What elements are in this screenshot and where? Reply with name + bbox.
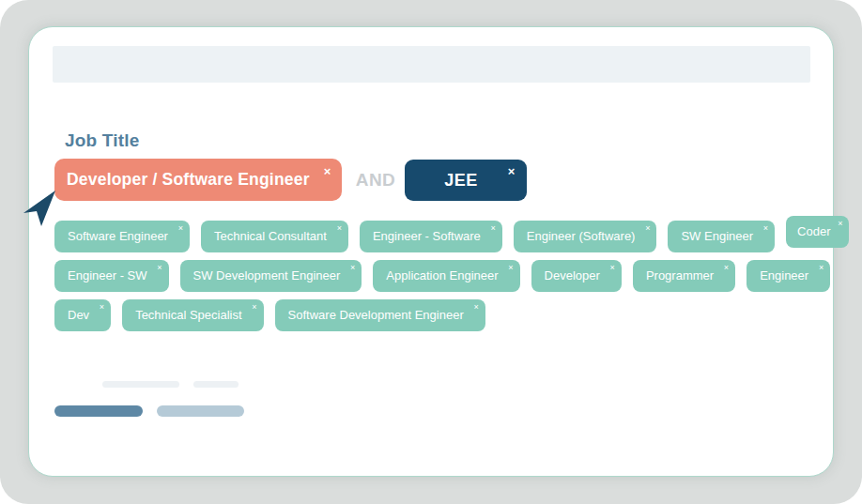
synonym-chip-label: Software Engineer (68, 229, 168, 243)
synonym-chip-label: Dev (68, 308, 89, 322)
remove-icon[interactable]: × (645, 224, 650, 233)
remove-icon[interactable]: × (491, 224, 496, 233)
synonym-chip[interactable]: Engineer (Software)× (514, 221, 657, 252)
synonym-chip-label: SW Engineer (681, 229, 753, 243)
synonym-chip[interactable]: Technical Consultant× (201, 221, 348, 252)
remove-icon[interactable]: × (508, 165, 516, 177)
synonym-chip-row: Engineer - SW×SW Development Engineer×Ap… (54, 260, 806, 292)
remove-icon[interactable]: × (763, 224, 768, 233)
remove-icon[interactable]: × (100, 303, 104, 312)
selected-term-chip-secondary[interactable]: JEE × (405, 160, 527, 201)
synonym-chip[interactable]: Application Engineer× (373, 260, 519, 292)
synonym-chip-label: Engineer (760, 268, 808, 283)
synonym-chip[interactable]: Engineer - Software× (360, 221, 502, 252)
synonym-chip-label: Technical Specialist (135, 308, 241, 322)
remove-icon[interactable]: × (473, 303, 478, 312)
remove-icon[interactable]: × (838, 220, 842, 228)
remove-icon[interactable]: × (819, 264, 824, 272)
search-builder-card: Job Title Developer / Software Engineer … (28, 26, 834, 477)
search-bar-placeholder[interactable] (53, 46, 810, 83)
synonym-chip[interactable]: Engineer - SW× (54, 260, 169, 292)
remove-icon[interactable]: × (508, 264, 513, 272)
synonym-chip-label: Application Engineer (386, 268, 498, 283)
remove-icon[interactable]: × (350, 264, 355, 272)
synonym-chip[interactable]: Dev× (54, 299, 111, 331)
synonym-chips-area: Software Engineer×Technical Consultant×E… (54, 221, 806, 331)
synonym-chip[interactable]: Programmer× (633, 260, 735, 292)
synonym-chip[interactable]: Developer× (531, 260, 622, 292)
selected-term-label: JEE (444, 171, 478, 190)
synonym-chip-label: Software Development Engineer (288, 308, 464, 322)
skeleton-bar (193, 381, 239, 388)
remove-icon[interactable]: × (252, 303, 256, 312)
synonym-chip[interactable]: Engineer× (747, 260, 830, 292)
remove-icon[interactable]: × (324, 165, 331, 177)
synonym-chip-label: SW Development Engineer (193, 268, 341, 283)
skeleton-row-light (29, 381, 835, 389)
synonym-chip-label: Developer (545, 268, 600, 283)
skeleton-bar (102, 381, 179, 388)
synonym-chip[interactable]: Technical Specialist× (122, 299, 263, 331)
remove-icon[interactable]: × (157, 264, 162, 272)
synonym-chip[interactable]: Software Engineer× (54, 221, 190, 252)
synonym-chip[interactable]: Software Development Engineer× (275, 299, 485, 331)
skeleton-row-buttons (29, 405, 835, 419)
synonym-chip[interactable]: Coder× (786, 216, 849, 248)
remove-icon[interactable]: × (610, 264, 615, 272)
synonym-chip-label: Engineer (Software) (527, 229, 636, 243)
remove-icon[interactable]: × (337, 224, 342, 233)
synonym-chip[interactable]: SW Engineer× (668, 221, 775, 252)
selected-term-label: Developer / Software Engineer (67, 170, 310, 189)
synonym-chip-label: Engineer - Software (373, 229, 481, 243)
synonym-chip-label: Programmer (646, 268, 714, 283)
synonym-chip-row: Dev×Technical Specialist×Software Develo… (54, 299, 806, 331)
selected-terms-row: Developer / Software Engineer × AND JEE … (54, 159, 527, 201)
remove-icon[interactable]: × (724, 264, 729, 272)
job-title-label: Job Title (65, 130, 140, 151)
synonym-chip-label: Technical Consultant (214, 229, 327, 243)
selected-term-chip-primary[interactable]: Developer / Software Engineer × (54, 159, 342, 201)
synonym-chip-label: Engineer - SW (68, 268, 147, 283)
synonym-chip-row: Software Engineer×Technical Consultant×E… (54, 221, 806, 252)
remove-icon[interactable]: × (178, 224, 183, 233)
synonym-chip-label: Coder (797, 224, 830, 238)
boolean-operator-label: AND (356, 170, 396, 191)
cursor-arrow-icon (20, 189, 59, 230)
skeleton-button-dark[interactable] (54, 405, 143, 417)
app-background: Job Title Developer / Software Engineer … (0, 0, 862, 504)
synonym-chip[interactable]: SW Development Engineer× (180, 260, 362, 292)
skeleton-button-light[interactable] (157, 405, 244, 417)
